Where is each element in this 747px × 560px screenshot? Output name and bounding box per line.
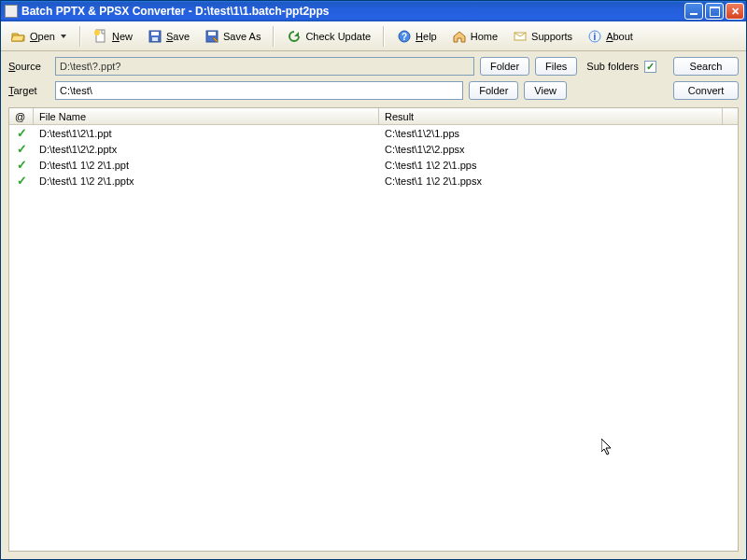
list-body[interactable]: ✓D:\test\1\2\1.pptC:\test\1\2\1.pps✓D:\t… bbox=[9, 125, 738, 551]
search-button[interactable]: Search bbox=[673, 57, 739, 76]
form-area: Source Folder Files Sub folders ✓ Search… bbox=[1, 51, 746, 104]
check-update-label: Check Update bbox=[305, 31, 371, 42]
target-input[interactable] bbox=[55, 81, 463, 100]
sub-folders-checkbox[interactable]: ✓ bbox=[644, 61, 656, 73]
home-button[interactable]: Home bbox=[445, 25, 504, 48]
result-cell: C:\test\1 1\2 2\1.pps bbox=[379, 160, 738, 171]
refresh-icon bbox=[287, 29, 302, 44]
save-button[interactable]: Save bbox=[141, 25, 196, 48]
help-icon: ? bbox=[397, 29, 412, 44]
info-icon: i bbox=[587, 29, 602, 44]
result-cell: C:\test\1\2\1.pps bbox=[379, 128, 738, 139]
supports-button[interactable]: Supports bbox=[506, 25, 579, 48]
sub-folders-label: Sub folders bbox=[586, 61, 639, 72]
view-button[interactable]: View bbox=[524, 81, 567, 100]
open-dropdown-icon[interactable] bbox=[61, 33, 67, 39]
toolbar: Open New Save Save As Check bbox=[1, 21, 746, 51]
home-label: Home bbox=[471, 31, 498, 42]
save-as-icon bbox=[204, 29, 219, 44]
status-cell: ✓ bbox=[9, 158, 34, 172]
col-result-header[interactable]: Result bbox=[379, 108, 723, 124]
toolbar-separator bbox=[383, 26, 385, 47]
source-folder-button[interactable]: Folder bbox=[480, 57, 529, 76]
save-as-label: Save As bbox=[223, 31, 261, 42]
check-icon: ✓ bbox=[17, 142, 27, 156]
convert-button[interactable]: Convert bbox=[673, 81, 739, 100]
home-icon bbox=[452, 29, 467, 44]
maximize-button[interactable] bbox=[705, 3, 724, 20]
source-row: Source Folder Files Sub folders ✓ Search bbox=[8, 57, 739, 76]
status-cell: ✓ bbox=[9, 142, 34, 156]
table-row[interactable]: ✓D:\test\1 1\2 2\1.pptxC:\test\1 1\2 2\1… bbox=[9, 173, 738, 189]
table-row[interactable]: ✓D:\test\1\2\1.pptC:\test\1\2\1.pps bbox=[9, 125, 738, 141]
col-scroll-spacer bbox=[723, 108, 738, 124]
status-cell: ✓ bbox=[9, 174, 34, 188]
status-cell: ✓ bbox=[9, 126, 34, 140]
app-window: Batch PPTX & PPSX Converter - D:\test\1\… bbox=[0, 0, 747, 560]
new-file-icon bbox=[93, 29, 108, 44]
close-button[interactable] bbox=[726, 3, 744, 20]
supports-icon bbox=[513, 29, 528, 44]
svg-rect-6 bbox=[208, 32, 216, 35]
svg-rect-4 bbox=[152, 37, 158, 41]
help-label: Help bbox=[416, 31, 437, 42]
svg-rect-3 bbox=[151, 32, 159, 35]
file-list: @ File Name Result ✓D:\test\1\2\1.pptC:\… bbox=[8, 107, 739, 552]
target-label: Target bbox=[8, 85, 49, 96]
file-cell: D:\test\1\2\1.ppt bbox=[34, 128, 379, 139]
titlebar: Batch PPTX & PPSX Converter - D:\test\1\… bbox=[1, 1, 746, 21]
app-icon bbox=[5, 5, 18, 18]
result-cell: C:\test\1\2\2.ppsx bbox=[379, 144, 738, 155]
svg-point-1 bbox=[94, 30, 100, 35]
about-button[interactable]: i About bbox=[581, 25, 640, 48]
source-input[interactable] bbox=[55, 57, 474, 76]
window-title: Batch PPTX & PPSX Converter - D:\test\1\… bbox=[21, 5, 684, 18]
check-icon: ✓ bbox=[17, 126, 27, 140]
open-label: Open bbox=[30, 31, 55, 42]
target-folder-button[interactable]: Folder bbox=[469, 81, 518, 100]
save-label: Save bbox=[166, 31, 190, 42]
save-icon bbox=[148, 29, 162, 44]
source-label: Source bbox=[8, 61, 49, 72]
file-cell: D:\test\1\2\2.pptx bbox=[34, 144, 379, 155]
open-folder-icon bbox=[11, 29, 26, 44]
col-file-header[interactable]: File Name bbox=[34, 108, 379, 124]
toolbar-separator bbox=[79, 26, 81, 47]
minimize-button[interactable] bbox=[684, 3, 703, 20]
svg-text:i: i bbox=[594, 32, 597, 42]
help-button[interactable]: ? Help bbox=[390, 25, 444, 48]
new-button[interactable]: New bbox=[87, 25, 139, 48]
about-label: About bbox=[606, 31, 633, 42]
check-update-button[interactable]: Check Update bbox=[280, 25, 377, 48]
file-cell: D:\test\1 1\2 2\1.pptx bbox=[34, 175, 379, 187]
check-icon: ✓ bbox=[17, 158, 27, 172]
result-cell: C:\test\1 1\2 2\1.ppsx bbox=[379, 175, 738, 187]
open-button[interactable]: Open bbox=[5, 25, 74, 48]
list-header: @ File Name Result bbox=[9, 108, 738, 125]
check-icon: ✓ bbox=[17, 174, 27, 188]
save-as-button[interactable]: Save As bbox=[198, 25, 267, 48]
table-row[interactable]: ✓D:\test\1 1\2 2\1.pptC:\test\1 1\2 2\1.… bbox=[9, 157, 738, 173]
table-row[interactable]: ✓D:\test\1\2\2.pptxC:\test\1\2\2.ppsx bbox=[9, 141, 738, 157]
target-row: Target Folder View Convert bbox=[8, 81, 739, 100]
col-status-header[interactable]: @ bbox=[9, 108, 34, 124]
supports-label: Supports bbox=[531, 31, 572, 42]
window-buttons bbox=[684, 3, 744, 20]
toolbar-separator bbox=[273, 26, 275, 47]
svg-text:?: ? bbox=[402, 32, 407, 42]
new-label: New bbox=[112, 31, 133, 42]
source-files-button[interactable]: Files bbox=[535, 57, 577, 76]
file-cell: D:\test\1 1\2 2\1.ppt bbox=[34, 160, 379, 171]
